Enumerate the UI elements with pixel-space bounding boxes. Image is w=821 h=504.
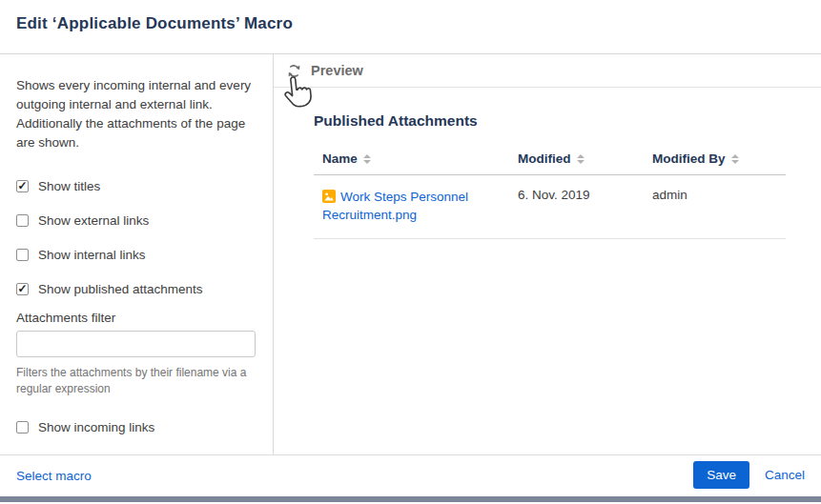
show-incoming-links-label: Show incoming links [38, 420, 154, 434]
show-published-attachments-checkbox[interactable] [16, 283, 29, 295]
column-header-modified[interactable]: Modified [518, 151, 571, 166]
show-internal-links-label: Show internal links [38, 248, 146, 262]
attachment-row: Work Steps Personnel Recruitment.png 6. … [314, 175, 786, 239]
attachments-filter-input[interactable] [16, 331, 256, 357]
show-published-attachments-label: Show published attachments [38, 282, 203, 296]
checkbox-row-show-external-links[interactable]: Show external links [16, 213, 256, 228]
sort-icon[interactable] [363, 154, 371, 164]
attachments-filter-help: Filters the attachments by their filenam… [16, 365, 256, 396]
attachment-modified-date: 6. Nov. 2019 [518, 188, 652, 202]
preview-label: Preview [311, 63, 363, 78]
checkbox-row-show-published-attachments[interactable]: Show published attachments [16, 282, 256, 296]
show-titles-label: Show titles [38, 179, 100, 193]
attachment-modified-by: admin [652, 188, 786, 202]
sort-icon[interactable] [731, 154, 739, 164]
show-external-links-checkbox[interactable] [16, 214, 29, 227]
column-header-name[interactable]: Name [322, 151, 358, 166]
show-internal-links-checkbox[interactable] [16, 249, 29, 261]
dialog-footer: Select macro Save Cancel [0, 454, 821, 494]
macro-description: Shows every incoming internal and every … [16, 76, 256, 152]
macro-settings-sidebar: Shows every incoming internal and every … [0, 54, 274, 454]
checkbox-row-show-titles[interactable]: Show titles [16, 179, 256, 193]
select-macro-link[interactable]: Select macro [16, 469, 92, 483]
image-file-icon [322, 190, 336, 203]
attachment-link[interactable]: Work Steps Personnel Recruitment.png [322, 190, 468, 222]
checkbox-row-show-internal-links[interactable]: Show internal links [16, 248, 256, 262]
save-button[interactable]: Save [693, 461, 749, 489]
checkbox-row-show-incoming-links[interactable]: Show incoming links [16, 420, 256, 434]
preview-panel: Preview Published Attachments Name Modif… [274, 54, 821, 454]
show-titles-checkbox[interactable] [16, 180, 29, 192]
bottom-strip [0, 496, 821, 504]
cancel-link[interactable]: Cancel [765, 468, 805, 482]
show-incoming-links-checkbox[interactable] [16, 421, 29, 433]
attachments-table: Name Modified Modified By [314, 151, 786, 239]
preview-header: Preview [274, 54, 821, 88]
sort-icon[interactable] [577, 154, 585, 164]
attachments-filter-label: Attachments filter [16, 311, 256, 325]
macro-edit-dialog: Edit ‘Applicable Documents’ Macro Shows … [0, 0, 821, 504]
published-attachments-heading: Published Attachments [314, 112, 821, 130]
show-external-links-label: Show external links [38, 213, 149, 228]
hand-cursor-icon [279, 73, 314, 110]
dialog-title: Edit ‘Applicable Documents’ Macro [16, 14, 821, 33]
column-header-modified-by[interactable]: Modified By [652, 151, 726, 166]
attachments-table-header: Name Modified Modified By [314, 151, 786, 175]
dialog-header: Edit ‘Applicable Documents’ Macro [0, 0, 821, 54]
background-page-edge [0, 496, 821, 502]
